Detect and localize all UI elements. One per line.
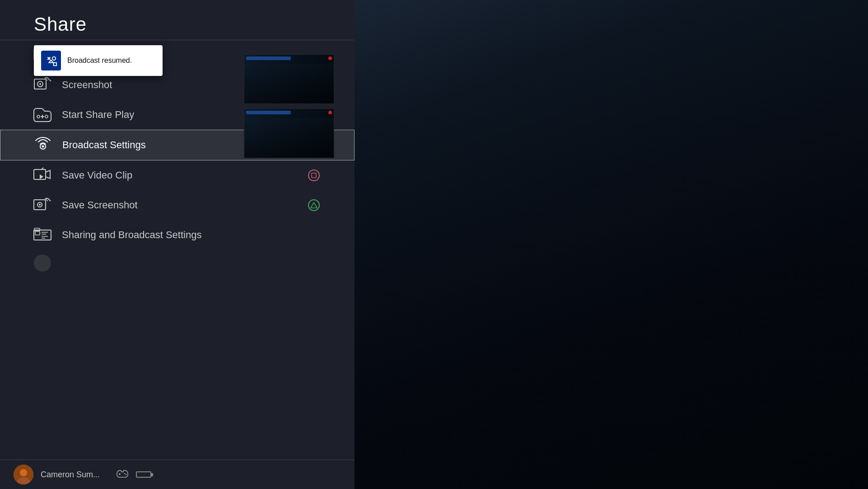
page-title: Share	[0, 0, 355, 40]
notification-toast: Broadcast resumed.	[34, 45, 163, 76]
svg-marker-23	[311, 202, 317, 208]
thumbnail-1	[244, 54, 334, 104]
background-scene	[353, 0, 868, 489]
broadcast-icon	[34, 136, 51, 154]
thumbnail-2-inner	[244, 109, 334, 158]
svg-point-5	[45, 115, 48, 118]
controller-icon	[116, 470, 129, 480]
avatar-image	[14, 465, 33, 484]
battery-display	[136, 471, 153, 478]
toast-text: Broadcast resumed.	[67, 56, 132, 65]
thumbnail-2	[244, 108, 334, 158]
broadcast-settings-label: Broadcast Settings	[62, 139, 238, 151]
thumbnail-1-inner	[244, 55, 334, 103]
screenshot-label: Screenshot	[62, 79, 112, 91]
svg-point-32	[20, 469, 27, 476]
screenshot-icon	[34, 76, 51, 94]
svg-point-9	[42, 146, 44, 148]
triangle-button-icon	[307, 198, 321, 212]
avatar	[14, 465, 33, 484]
toast-ps-icon	[41, 51, 61, 71]
save-screenshot-button-hint	[307, 198, 321, 212]
save-screenshot-icon	[34, 197, 51, 214]
svg-point-3	[39, 83, 41, 85]
thumb2-red-dot	[328, 111, 332, 114]
square-button-icon	[307, 169, 321, 182]
thumb1-red-dot	[328, 56, 332, 60]
svg-point-40	[52, 57, 56, 60]
menu-item-sharing-broadcast[interactable]: Sharing and Broadcast Settings	[0, 220, 355, 250]
svg-point-37	[126, 474, 126, 475]
save-screenshot-label: Save Screenshot	[62, 199, 296, 211]
svg-point-36	[124, 473, 125, 474]
svg-rect-22	[308, 200, 319, 211]
share-play-icon	[34, 106, 51, 123]
save-video-icon	[34, 167, 51, 184]
svg-marker-41	[49, 60, 53, 63]
thumb1-ui-bar	[246, 56, 291, 60]
svg-rect-18	[312, 173, 316, 178]
menu-item-save-screenshot[interactable]: Save Screenshot	[0, 190, 355, 220]
share-play-label: Start Share Play	[62, 109, 134, 121]
settings-icon	[34, 226, 51, 244]
battery-body	[136, 471, 151, 478]
svg-rect-17	[308, 170, 319, 181]
sharing-broadcast-label: Sharing and Broadcast Settings	[62, 229, 321, 241]
svg-point-4	[37, 115, 40, 118]
battery-tip	[151, 473, 153, 476]
thumb2-ui-bar	[246, 111, 291, 114]
save-video-clip-label: Save Video Clip	[62, 169, 296, 181]
svg-point-21	[39, 204, 41, 206]
save-video-button-hint	[307, 169, 321, 182]
menu-item-save-video-clip[interactable]: Save Video Clip	[0, 160, 355, 190]
svg-rect-25	[35, 231, 40, 235]
svg-rect-42	[54, 63, 57, 66]
username-label: Cameron Sum...	[41, 470, 100, 480]
bottom-status-bar: Cameron Sum...	[0, 460, 355, 489]
thumbnails-area	[244, 54, 334, 158]
